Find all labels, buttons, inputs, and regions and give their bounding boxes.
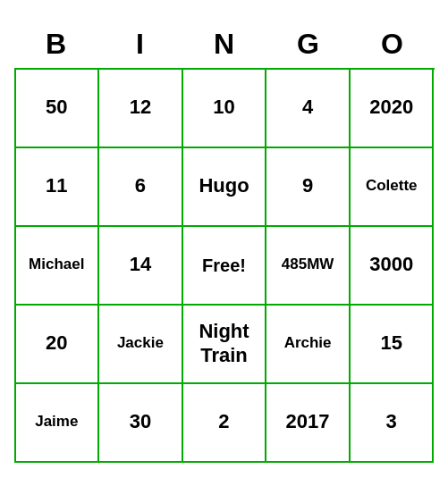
cell-r4-c3: 2017: [266, 384, 351, 463]
cell-r3-c2: NightTrain: [183, 306, 267, 384]
cell-r3-c4: 15: [351, 306, 435, 384]
cell-r0-c1: 12: [99, 70, 183, 148]
cell-r3-c3: Archie: [266, 306, 351, 384]
cell-r4-c0: Jaime: [16, 384, 100, 463]
cell-r3-c1: Jackie: [99, 306, 183, 384]
bingo-grid: 50121042020116Hugo9ColetteMichael14Free!…: [14, 68, 435, 463]
header-letter: N: [182, 24, 266, 64]
cell-r0-c3: 4: [266, 70, 351, 148]
cell-r1-c1: 6: [99, 148, 183, 227]
header-letter: I: [98, 24, 182, 64]
cell-r4-c4: 3: [351, 384, 435, 463]
cell-r0-c4: 2020: [351, 70, 435, 148]
cell-r2-c4: 3000: [351, 227, 435, 306]
cell-r1-c0: 11: [16, 148, 100, 227]
cell-r0-c2: 10: [183, 70, 267, 148]
cell-r2-c0: Michael: [16, 227, 100, 306]
bingo-card: BINGO 50121042020116Hugo9ColetteMichael1…: [14, 24, 435, 463]
cell-r2-c1: 14: [99, 227, 183, 306]
bingo-header: BINGO: [14, 24, 435, 64]
cell-r2-c3: 485MW: [266, 227, 351, 306]
cell-r3-c0: 20: [16, 306, 100, 384]
cell-r0-c0: 50: [16, 70, 100, 148]
cell-r1-c4: Colette: [351, 148, 435, 227]
cell-r4-c1: 30: [99, 384, 183, 463]
cell-r2-c2: Free!: [183, 227, 267, 306]
cell-r1-c2: Hugo: [183, 148, 267, 227]
header-letter: B: [14, 24, 98, 64]
cell-r4-c2: 2: [183, 384, 267, 463]
header-letter: G: [266, 24, 351, 64]
header-letter: O: [351, 24, 435, 64]
cell-r1-c3: 9: [266, 148, 351, 227]
